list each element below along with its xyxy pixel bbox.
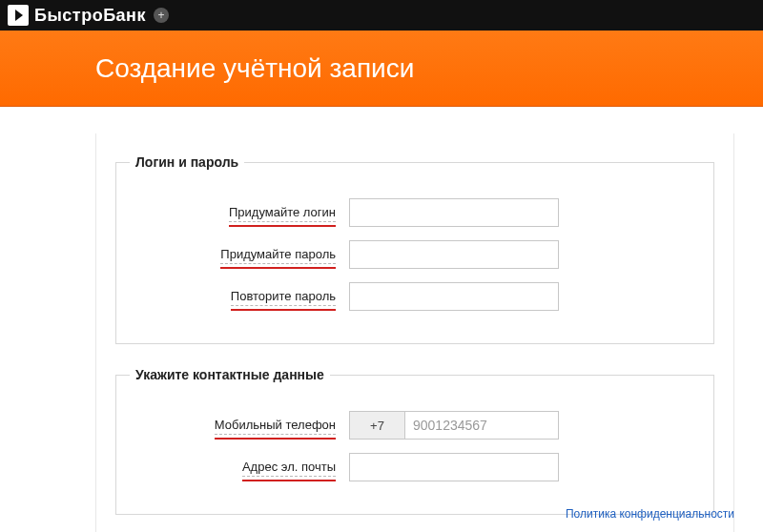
row-password-repeat: Повторите пароль — [130, 282, 700, 311]
phone-group: +7 — [349, 411, 559, 440]
row-email: Адрес эл. почты — [130, 453, 700, 481]
contact-section: Укажите контактные данные Мобильный теле… — [115, 367, 714, 515]
password-input[interactable] — [349, 240, 559, 269]
login-label: Придумайте логин — [229, 205, 336, 222]
logo-icon — [8, 5, 29, 26]
email-label: Адрес эл. почты — [242, 460, 336, 477]
topbar: БыстроБанк + — [0, 0, 763, 31]
chevron-right-icon — [15, 10, 23, 21]
login-legend: Логин и пароль — [130, 154, 244, 170]
password-repeat-input[interactable] — [349, 282, 559, 311]
row-login: Придумайте логин — [130, 198, 700, 227]
row-phone: Мобильный телефон +7 — [130, 411, 700, 440]
main-form-area: Логин и пароль Придумайте логин Придумай… — [95, 133, 734, 532]
phone-prefix: +7 — [349, 411, 404, 440]
contact-legend: Укажите контактные данные — [130, 367, 330, 382]
login-input[interactable] — [349, 198, 559, 227]
plus-circle-icon[interactable]: + — [154, 8, 169, 23]
row-password: Придумайте пароль — [130, 240, 700, 269]
brand-name: БыстроБанк — [34, 6, 146, 26]
password-label: Придумайте пароль — [220, 247, 336, 264]
email-input[interactable] — [349, 453, 559, 481]
privacy-link[interactable]: Политика конфиденциальности — [566, 507, 734, 521]
password-repeat-label: Повторите пароль — [231, 289, 336, 306]
phone-input[interactable] — [404, 411, 559, 440]
login-section: Логин и пароль Придумайте логин Придумай… — [115, 154, 714, 344]
page-title: Создание учётной записи — [95, 53, 414, 84]
phone-label: Мобильный телефон — [215, 418, 336, 435]
footer-link-area: Политика конфиденциальности — [566, 507, 734, 521]
title-band: Создание учётной записи — [0, 31, 763, 107]
